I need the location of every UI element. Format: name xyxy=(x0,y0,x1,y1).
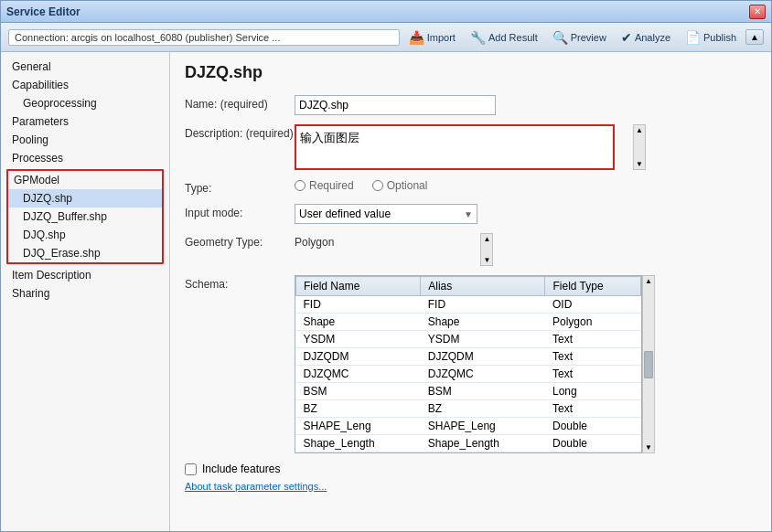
description-text: 输入面图层 xyxy=(300,131,359,144)
table-row[interactable]: ShapeShapePolygon xyxy=(296,314,641,331)
table-cell-alias: SHAPE_Leng xyxy=(421,418,545,435)
col-alias: Alias xyxy=(421,277,545,296)
close-button[interactable]: ✕ xyxy=(749,5,766,19)
import-icon: 📥 xyxy=(409,30,424,45)
table-row[interactable]: Shape_LengthShape_LengthDouble xyxy=(296,435,641,452)
table-cell-field_name: BZ xyxy=(296,400,421,418)
type-optional-radio[interactable] xyxy=(372,180,383,191)
table-cell-field_name: DJZQDM xyxy=(296,348,421,366)
table-cell-field_name: FID xyxy=(296,296,421,314)
include-features-checkbox[interactable] xyxy=(185,463,197,475)
preview-button[interactable]: 🔍 Preview xyxy=(547,28,612,47)
sidebar-item-geoprocessing[interactable]: Geoprocessing xyxy=(1,94,169,112)
scroll-down-arrow[interactable]: ▼ xyxy=(635,159,644,169)
table-cell-field_type: Text xyxy=(545,348,641,366)
sidebar-item-parameters[interactable]: Parameters xyxy=(1,112,169,131)
geometry-scrollbar[interactable]: ▲ ▼ xyxy=(480,233,493,266)
table-cell-field_type: Double xyxy=(545,418,641,435)
gpmodel-header[interactable]: GPModel xyxy=(8,171,162,189)
schema-label: Schema: xyxy=(185,275,295,291)
geometry-type-control: Polygon ▲ ▼ xyxy=(295,233,493,266)
gpmodel-item-djzq[interactable]: DJZQ.shp xyxy=(8,189,162,207)
content-panel: DJZQ.shp Name: (required) Description: (… xyxy=(170,52,771,531)
table-cell-alias: BZ xyxy=(421,400,545,418)
geometry-type-row: Geometry Type: Polygon ▲ ▼ xyxy=(185,233,756,266)
type-required-label: Required xyxy=(309,179,354,192)
table-row[interactable]: Shape_AreaShape_AreaDouble xyxy=(296,452,641,454)
name-row: Name: (required) xyxy=(185,95,756,115)
main-area: General Capabilities Geoprocessing Param… xyxy=(1,52,771,531)
toolbar-dropdown-button[interactable]: ▲ xyxy=(745,29,764,45)
table-cell-field_name: SHAPE_Leng xyxy=(296,418,421,435)
gpmodel-item-djq[interactable]: DJQ.shp xyxy=(8,226,162,244)
description-control: 输入面图层 ▲ ▼ xyxy=(295,124,756,170)
import-button[interactable]: 📥 Import xyxy=(403,28,461,47)
sidebar-item-item-description[interactable]: Item Description xyxy=(1,266,169,284)
input-mode-row: Input mode: User defined value ▼ xyxy=(185,204,756,224)
preview-icon: 🔍 xyxy=(552,30,568,45)
table-row[interactable]: FIDFIDOID xyxy=(296,296,641,314)
sidebar-item-capabilities[interactable]: Capabilities xyxy=(1,76,169,94)
description-label: Description: (required) xyxy=(185,124,295,140)
sidebar-item-processes[interactable]: Processes xyxy=(1,149,169,167)
geometry-scroll-up[interactable]: ▲ xyxy=(482,234,491,244)
schema-scroll-up[interactable]: ▲ xyxy=(644,276,653,286)
table-row[interactable]: DJZQMCDJZQMCText xyxy=(296,366,641,383)
table-cell-alias: DJZQDM xyxy=(421,348,545,366)
geometry-scroll-down[interactable]: ▼ xyxy=(482,255,491,265)
description-scrollbar[interactable]: ▲ ▼ xyxy=(633,124,646,170)
schema-table-wrapper[interactable]: Field Name Alias Field Type FIDFIDOIDSha… xyxy=(295,275,642,453)
input-mode-select[interactable]: User defined value ▼ xyxy=(295,204,477,224)
schema-scrollbar[interactable]: ▲ ▼ xyxy=(642,275,655,453)
table-cell-alias: Shape_Length xyxy=(421,435,545,452)
geometry-type-label: Geometry Type: xyxy=(185,233,295,249)
geometry-type-value: Polygon xyxy=(295,233,334,249)
table-cell-field_type: Text xyxy=(545,400,641,418)
input-mode-value: User defined value xyxy=(299,207,391,220)
title-bar: Service Editor ✕ xyxy=(1,1,771,23)
sidebar-item-general[interactable]: General xyxy=(1,58,169,76)
toolbar: Connection: arcgis on localhost_6080 (pu… xyxy=(1,23,771,52)
table-cell-alias: Shape xyxy=(421,314,545,331)
sidebar-item-sharing[interactable]: Sharing xyxy=(1,284,169,303)
sidebar-item-pooling[interactable]: Pooling xyxy=(1,131,169,149)
scroll-up-arrow[interactable]: ▲ xyxy=(635,125,644,135)
table-row[interactable]: DJZQDMDJZQDMText xyxy=(296,348,641,366)
gpmodel-item-djzq-buffer[interactable]: DJZQ_Buffer.shp xyxy=(8,207,162,226)
table-row[interactable]: BSMBSMLong xyxy=(296,383,641,400)
description-box[interactable]: 输入面图层 xyxy=(295,124,615,170)
schema-row: Schema: Field Name Alias Field Type xyxy=(185,275,756,453)
publish-label: Publish xyxy=(703,32,736,43)
analyze-button[interactable]: ✔ Analyze xyxy=(616,28,676,47)
type-optional-label: Optional xyxy=(387,179,428,192)
publish-button[interactable]: 📄 Publish xyxy=(680,28,742,47)
table-cell-alias: YSDM xyxy=(421,331,545,348)
gpmodel-item-djq-erase[interactable]: DJQ_Erase.shp xyxy=(8,244,162,262)
service-editor-window: Service Editor ✕ Connection: arcgis on l… xyxy=(0,0,772,532)
analyze-label: Analyze xyxy=(635,32,670,43)
table-row[interactable]: BZBZText xyxy=(296,400,641,418)
table-row[interactable]: SHAPE_LengSHAPE_LengDouble xyxy=(296,418,641,435)
add-result-button[interactable]: 🔧 Add Result xyxy=(465,28,543,47)
type-optional-option[interactable]: Optional xyxy=(372,179,428,192)
table-cell-field_type: Long xyxy=(545,383,641,400)
title-bar-buttons: ✕ xyxy=(749,5,766,19)
table-cell-field_name: Shape xyxy=(296,314,421,331)
table-cell-field_type: Text xyxy=(545,366,641,383)
table-cell-field_type: OID xyxy=(545,296,641,314)
table-cell-field_name: DJZQMC xyxy=(296,366,421,383)
table-cell-field_name: YSDM xyxy=(296,331,421,348)
name-input[interactable] xyxy=(295,95,496,115)
table-cell-field_type: Double xyxy=(545,435,641,452)
table-row[interactable]: YSDMYSDMText xyxy=(296,331,641,348)
about-link[interactable]: About task parameter settings... xyxy=(185,481,756,492)
col-field-type: Field Type xyxy=(545,277,641,296)
schema-scroll-down[interactable]: ▼ xyxy=(644,442,653,452)
select-arrow-icon: ▼ xyxy=(464,209,473,219)
col-field-name: Field Name xyxy=(296,277,421,296)
type-required-radio[interactable] xyxy=(295,180,306,191)
type-required-option[interactable]: Required xyxy=(295,179,354,192)
table-cell-alias: DJZQMC xyxy=(421,366,545,383)
table-cell-field_name: BSM xyxy=(296,383,421,400)
import-label: Import xyxy=(427,32,456,43)
